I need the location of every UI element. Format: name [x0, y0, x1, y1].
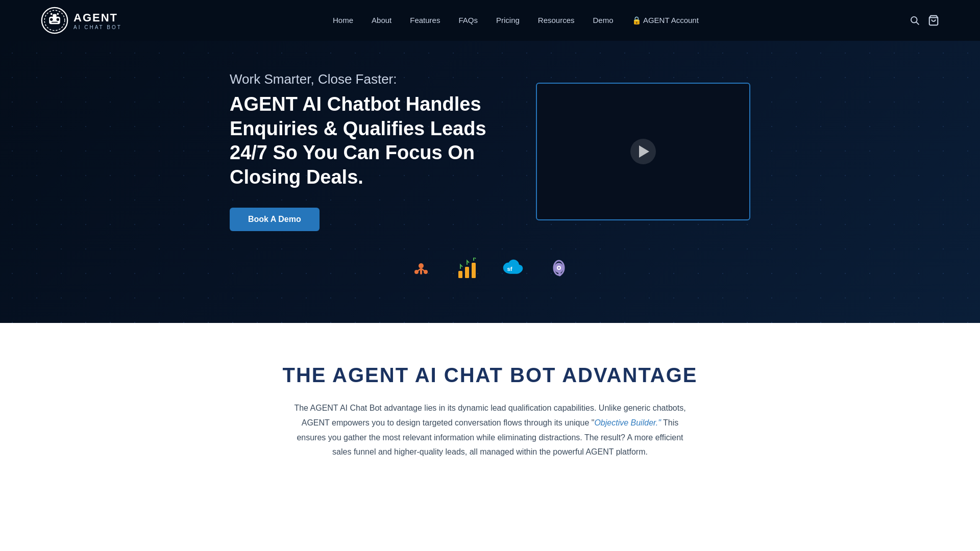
hubspot-icon: [408, 257, 434, 282]
salesforce-icon: sf: [500, 257, 526, 282]
svg-line-10: [916, 22, 919, 24]
svg-point-23: [558, 267, 560, 269]
play-icon: [639, 145, 649, 158]
svg-rect-18: [465, 267, 469, 278]
hero-title: AGENT AI Chatbot Handles Enquiries & Qua…: [230, 92, 495, 189]
search-button[interactable]: [910, 15, 920, 26]
nav-resources[interactable]: Resources: [538, 16, 575, 24]
nav-account[interactable]: 🔒 AGENT Account: [632, 16, 699, 24]
svg-point-8: [57, 13, 59, 15]
svg-rect-17: [458, 271, 462, 278]
logo[interactable]: AGENT AI CHAT BOT: [41, 7, 122, 34]
nav-faqs[interactable]: FAQs: [458, 16, 478, 24]
svg-rect-19: [472, 263, 476, 278]
nav-account-label: 🔒 AGENT Account: [632, 16, 699, 24]
nav-home[interactable]: Home: [333, 16, 353, 24]
svg-text:sf: sf: [507, 266, 512, 272]
advantage-section: THE AGENT AI CHAT BOT ADVANTAGE The AGEN…: [0, 323, 980, 490]
svg-point-3: [50, 18, 53, 21]
logo-icon: [41, 7, 68, 34]
logo-tagline: AI CHAT BOT: [74, 24, 122, 30]
advantage-body: The AGENT AI Chat Bot advantage lies in …: [291, 401, 689, 460]
nav-pricing[interactable]: Pricing: [496, 16, 520, 24]
hero-subtitle: Work Smarter, Close Faster:: [230, 71, 495, 87]
nav-demo[interactable]: Demo: [593, 16, 614, 24]
cart-icon: [928, 15, 939, 26]
svg-rect-5: [52, 22, 58, 23]
svg-point-7: [51, 13, 53, 15]
cart-button[interactable]: [928, 15, 939, 26]
eavesdrop-icon: [546, 257, 572, 282]
logo-name: AGENT: [74, 11, 122, 24]
svg-point-9: [911, 17, 917, 23]
book-demo-button[interactable]: Book A Demo: [230, 208, 320, 231]
svg-point-4: [57, 18, 59, 21]
nav-about[interactable]: About: [372, 16, 391, 24]
navbar: AGENT AI CHAT BOT Home About Features FA…: [0, 0, 980, 41]
svg-point-13: [419, 263, 424, 268]
advantage-title: THE AGENT AI CHAT BOT ADVANTAGE: [41, 364, 939, 387]
objective-builder-link[interactable]: Objective Builder.": [594, 418, 660, 427]
svg-rect-6: [53, 14, 56, 17]
nav-action-icons: [910, 15, 939, 26]
hero-section: Work Smarter, Close Faster: AGENT AI Cha…: [0, 41, 980, 323]
nav-links: Home About Features FAQs Pricing Resourc…: [333, 16, 699, 25]
hero-video-player[interactable]: [536, 83, 750, 220]
search-icon: [910, 15, 920, 26]
play-button[interactable]: [630, 139, 656, 164]
nav-features[interactable]: Features: [410, 16, 440, 24]
hero-text-block: Work Smarter, Close Faster: AGENT AI Cha…: [230, 71, 495, 231]
integrations-row: sf: [408, 257, 572, 282]
chartmogul-icon: [454, 257, 480, 282]
